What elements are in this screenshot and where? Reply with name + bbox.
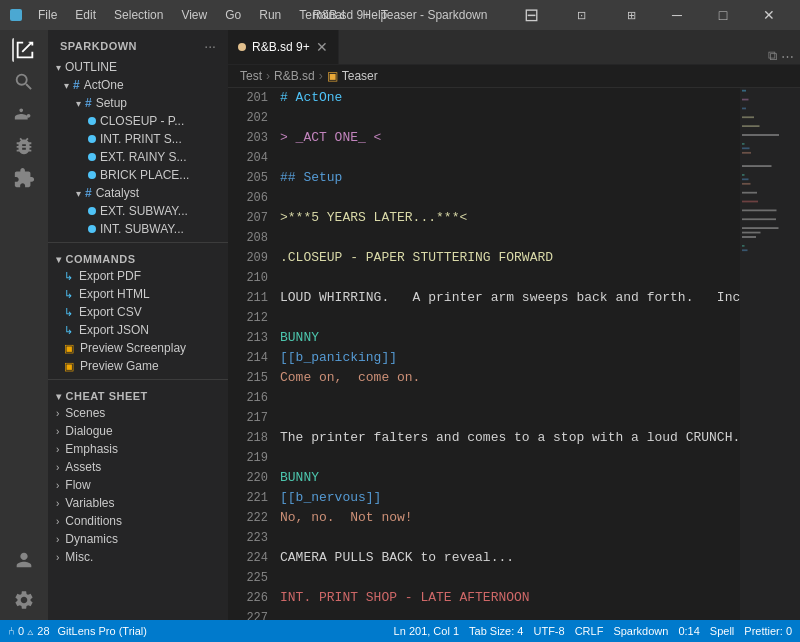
line-number: 204 xyxy=(228,148,268,168)
code-line[interactable]: INT. PRINT SHOP - LATE AFTERNOON xyxy=(280,588,740,608)
code-line[interactable]: BUNNY xyxy=(280,328,740,348)
status-gitlens[interactable]: GitLens Pro (Trial) xyxy=(58,625,147,637)
commands-section-header[interactable]: ▾ COMMANDS xyxy=(48,247,228,267)
code-line[interactable]: The printer falters and comes to a stop … xyxy=(280,428,740,448)
code-content[interactable]: # ActOne > _ACT ONE_ < ## Setup >***5 YE… xyxy=(276,88,740,620)
activity-account[interactable] xyxy=(12,548,36,572)
code-line[interactable] xyxy=(280,148,740,168)
activity-explorer[interactable] xyxy=(12,38,36,62)
cmd-export-json[interactable]: ↳ Export JSON xyxy=(48,321,228,339)
minimize-button[interactable]: ─ xyxy=(654,0,700,30)
status-lineending[interactable]: CRLF xyxy=(575,625,604,637)
activity-source-control[interactable] xyxy=(12,102,36,126)
cheat-misc[interactable]: › Misc. xyxy=(48,548,228,566)
activity-debug[interactable] xyxy=(12,134,36,158)
status-cursor[interactable]: 0:14 xyxy=(678,625,699,637)
close-button[interactable]: ✕ xyxy=(746,0,792,30)
code-line[interactable] xyxy=(280,608,740,620)
menu-go[interactable]: Go xyxy=(217,6,249,24)
cheat-assets[interactable]: › Assets xyxy=(48,458,228,476)
code-line[interactable] xyxy=(280,448,740,468)
activity-settings[interactable] xyxy=(12,588,36,612)
code-line[interactable]: [[b_panicking]] xyxy=(280,348,740,368)
breadcrumb-test[interactable]: Test xyxy=(240,69,262,83)
outline-extrainy-label: EXT. RAINY S... xyxy=(100,150,186,164)
cmd-preview-game[interactable]: ▣ Preview Game xyxy=(48,357,228,375)
breadcrumb-teaser[interactable]: Teaser xyxy=(342,69,378,83)
activity-search[interactable] xyxy=(12,70,36,94)
outline-closeup[interactable]: CLOSEUP - P... xyxy=(48,112,228,130)
cmd-export-html[interactable]: ↳ Export HTML xyxy=(48,285,228,303)
menu-edit[interactable]: Edit xyxy=(67,6,104,24)
cheatsheet-section-header[interactable]: ▾ CHEAT SHEET xyxy=(48,384,228,404)
tab-close-rbd[interactable]: ✕ xyxy=(316,39,328,55)
tab-rbd[interactable]: R&B.sd 9+ ✕ xyxy=(228,30,339,64)
cheat-dynamics[interactable]: › Dynamics xyxy=(48,530,228,548)
code-line[interactable]: # ActOne xyxy=(280,88,740,108)
menu-view[interactable]: View xyxy=(173,6,215,24)
menu-file[interactable]: File xyxy=(30,6,65,24)
split-editor-icon[interactable]: ⧉ xyxy=(768,48,777,64)
tab-rbd-label: R&B.sd 9+ xyxy=(252,40,310,54)
code-editor[interactable]: 2012022032042052062072082092102112122132… xyxy=(228,88,800,620)
cheat-emphasis[interactable]: › Emphasis xyxy=(48,440,228,458)
code-line[interactable] xyxy=(280,528,740,548)
outline-actone[interactable]: ▾ # ActOne xyxy=(48,76,228,94)
status-git[interactable]: ⑃ 0 △ 28 xyxy=(8,625,50,637)
code-line[interactable]: > _ACT ONE_ < xyxy=(280,128,740,148)
line-number: 218 xyxy=(228,428,268,448)
status-spell[interactable]: Spell xyxy=(710,625,734,637)
outline-catalyst[interactable]: ▾ # Catalyst xyxy=(48,184,228,202)
maximize-button[interactable]: □ xyxy=(700,0,746,30)
status-position[interactable]: Ln 201, Col 1 xyxy=(394,625,459,637)
cheat-variables[interactable]: › Variables xyxy=(48,494,228,512)
outline-brickplace[interactable]: BRICK PLACE... xyxy=(48,166,228,184)
status-language[interactable]: Sparkdown xyxy=(613,625,668,637)
outline-extsubway[interactable]: EXT. SUBWAY... xyxy=(48,202,228,220)
cheatsheet-label: CHEAT SHEET xyxy=(66,390,148,402)
line-numbers: 2012022032042052062072082092102112122132… xyxy=(228,88,276,620)
code-line[interactable]: BUNNY xyxy=(280,468,740,488)
code-line[interactable]: Come on, come on. xyxy=(280,368,740,388)
tab-bar: R&B.sd 9+ ✕ ⧉ ⋯ xyxy=(228,30,800,65)
status-prettier[interactable]: Prettier: 0 xyxy=(744,625,792,637)
more-tabs-icon[interactable]: ⋯ xyxy=(781,49,794,64)
outline-extrainy[interactable]: EXT. RAINY S... xyxy=(48,148,228,166)
outline-setup[interactable]: ▾ # Setup xyxy=(48,94,228,112)
cheat-flow[interactable]: › Flow xyxy=(48,476,228,494)
code-line[interactable] xyxy=(280,568,740,588)
sidebar-more[interactable]: ··· xyxy=(204,38,216,54)
code-line[interactable] xyxy=(280,108,740,128)
cheat-scenes[interactable]: › Scenes xyxy=(48,404,228,422)
code-line[interactable]: CAMERA PULLS BACK to reveal... xyxy=(280,548,740,568)
code-line[interactable]: LOUD WHIRRING. A printer arm sweeps back… xyxy=(280,288,740,308)
cmd-export-pdf[interactable]: ↳ Export PDF xyxy=(48,267,228,285)
setup-hash: # xyxy=(85,96,92,110)
status-encoding[interactable]: UTF-8 xyxy=(533,625,564,637)
activity-extensions[interactable] xyxy=(12,166,36,190)
code-line[interactable]: .CLOSEUP - PAPER STUTTERING FORWARD xyxy=(280,248,740,268)
code-line[interactable]: >***5 YEARS LATER...***< xyxy=(280,208,740,228)
cmd-export-csv[interactable]: ↳ Export CSV xyxy=(48,303,228,321)
code-line[interactable]: No, no. Not now! xyxy=(280,508,740,528)
code-line[interactable]: [[b_nervous]] xyxy=(280,488,740,508)
code-line[interactable]: ## Setup xyxy=(280,168,740,188)
status-tabsize[interactable]: Tab Size: 4 xyxy=(469,625,523,637)
cmd-preview-screenplay[interactable]: ▣ Preview Screenplay xyxy=(48,339,228,357)
menu-run[interactable]: Run xyxy=(251,6,289,24)
code-line[interactable] xyxy=(280,188,740,208)
code-line[interactable] xyxy=(280,308,740,328)
code-line[interactable] xyxy=(280,408,740,428)
cheat-dialogue[interactable]: › Dialogue xyxy=(48,422,228,440)
outline-intsubway[interactable]: INT. SUBWAY... xyxy=(48,220,228,238)
breadcrumb-rbd[interactable]: R&B.sd xyxy=(274,69,315,83)
outline-intprint[interactable]: INT. PRINT S... xyxy=(48,130,228,148)
code-line[interactable] xyxy=(280,388,740,408)
code-line[interactable] xyxy=(280,268,740,288)
cmd-preview-game-label: Preview Game xyxy=(80,359,159,373)
outline-arrow: ▾ xyxy=(56,62,61,73)
code-line[interactable] xyxy=(280,228,740,248)
outline-header[interactable]: ▾ OUTLINE xyxy=(48,58,228,76)
cheat-conditions[interactable]: › Conditions xyxy=(48,512,228,530)
menu-selection[interactable]: Selection xyxy=(106,6,171,24)
